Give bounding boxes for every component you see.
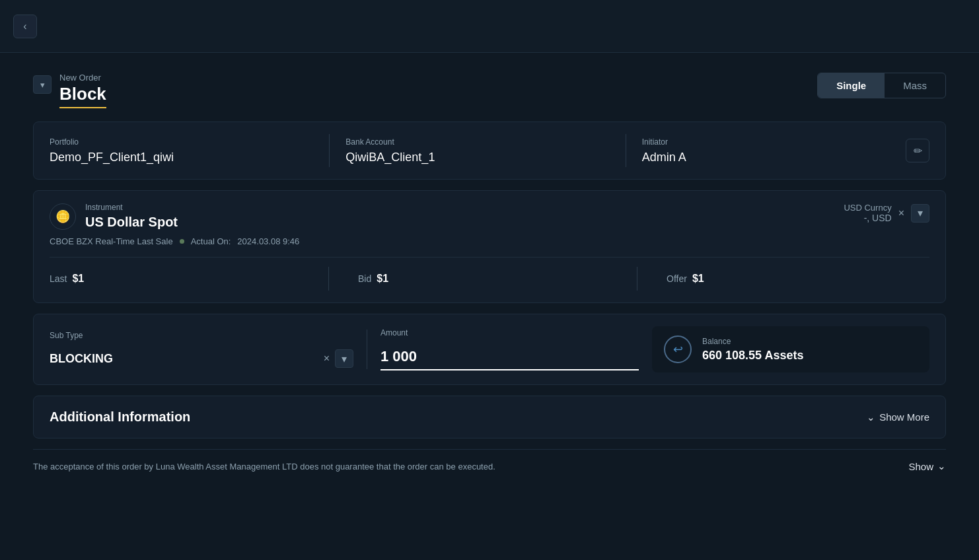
last-value: $1 [72, 273, 84, 285]
last-label: Last [50, 273, 67, 284]
coin-icon: 🪙 [55, 209, 70, 224]
instrument-left: 🪙 Instrument US Dollar Spot [50, 203, 178, 230]
balance-label: Balance [702, 337, 803, 346]
balance-section: ↩ Balance 660 108.55 Assets [652, 326, 929, 372]
bank-account-label: Bank Account [345, 137, 609, 147]
order-title-section: ▾ New Order Block [33, 73, 106, 108]
bank-account-value: QiwiBA_Client_1 [345, 151, 609, 164]
pencil-icon: ✏ [914, 145, 922, 157]
bid-value: $1 [377, 273, 388, 285]
amount-label: Amount [381, 328, 639, 337]
prices-row: Last $1 Bid $1 Offer $1 [50, 257, 929, 291]
order-title-text: New Order Block [59, 73, 106, 108]
subtype-value: BLOCKING [50, 352, 113, 366]
instrument-name: US Dollar Spot [85, 215, 178, 230]
single-toggle-button[interactable]: Single [818, 73, 885, 98]
market-source-text: CBOE BZX Real-Time Last Sale [50, 236, 173, 246]
edit-button[interactable]: ✏ [906, 139, 929, 162]
instrument-card: 🪙 Instrument US Dollar Spot USD Curncy -… [33, 190, 946, 303]
offer-price-section: Offer $1 [653, 273, 929, 285]
show-more-label: Show More [879, 411, 929, 423]
currency-value: -, USD [864, 213, 892, 223]
amount-section: Amount [381, 328, 652, 370]
portfolio-section: Portfolio Demo_PF_Client1_qiwi [50, 137, 313, 164]
portfolio-card: Portfolio Demo_PF_Client1_qiwi Bank Acco… [33, 122, 946, 180]
portfolio-row: Portfolio Demo_PF_Client1_qiwi Bank Acco… [50, 134, 929, 167]
bank-account-section: Bank Account QiwiBA_Client_1 [345, 137, 609, 164]
subtype-dropdown-button[interactable]: ▾ [335, 349, 353, 368]
bid-price-section: Bid $1 [345, 273, 621, 285]
subtype-control: BLOCKING × ▾ [50, 349, 353, 368]
chevron-down-icon: ⌄ [937, 460, 946, 472]
disclaimer-text: The acceptance of this order by Luna Wea… [33, 462, 495, 472]
balance-value: 660 108.55 Assets [702, 349, 803, 363]
new-order-label: New Order [59, 73, 106, 83]
instrument-icon: 🪙 [50, 203, 76, 230]
single-mass-toggle: Single Mass [817, 73, 946, 98]
order-block-title: Block [59, 84, 106, 108]
initiator-value: Admin A [642, 151, 906, 164]
last-price-section: Last $1 [50, 273, 312, 285]
initiator-section: Initiator Admin A [642, 137, 906, 164]
instrument-right: USD Curncy -, USD × ▾ [844, 203, 929, 223]
chevron-down-icon: ⌄ [867, 411, 875, 423]
portfolio-label: Portfolio [50, 137, 313, 147]
instrument-close-button[interactable]: × [898, 207, 904, 219]
bid-label: Bid [358, 273, 371, 284]
form-card: Sub Type BLOCKING × ▾ Amount ↩ Balance [33, 314, 946, 385]
subtype-label: Sub Type [50, 331, 353, 340]
additional-info-card: Additional Information ⌄ Show More [33, 396, 946, 438]
chevron-down-icon: ▾ [40, 80, 45, 90]
price-divider-1 [328, 267, 329, 291]
instrument-top: 🪙 Instrument US Dollar Spot USD Curncy -… [50, 203, 929, 230]
subtype-section: Sub Type BLOCKING × ▾ [50, 331, 353, 368]
disclaimer-row: The acceptance of this order by Luna Wea… [33, 449, 946, 483]
market-info-row: CBOE BZX Real-Time Last Sale Actual On: … [50, 236, 929, 246]
chevron-down-icon: ▾ [342, 353, 347, 365]
portfolio-value: Demo_PF_Client1_qiwi [50, 151, 313, 164]
divider-2 [626, 134, 626, 167]
back-button[interactable]: ‹ [13, 15, 37, 38]
actual-on-value: 2024.03.08 9:46 [237, 236, 299, 246]
additional-info-title: Additional Information [50, 409, 190, 425]
price-divider-2 [637, 267, 637, 291]
form-divider [367, 330, 367, 369]
balance-icon: ↩ [664, 335, 692, 363]
order-header: ▾ New Order Block Single Mass [33, 73, 946, 108]
offer-value: $1 [692, 273, 704, 285]
currency-info: USD Curncy -, USD [844, 203, 891, 223]
show-more-button[interactable]: ⌄ Show More [867, 411, 929, 423]
main-content: ▾ New Order Block Single Mass Portfolio … [0, 53, 979, 503]
top-bar: ‹ [0, 0, 979, 53]
show-button[interactable]: Show ⌄ [908, 460, 946, 472]
chevron-down-icon: ▾ [918, 207, 923, 219]
amount-input[interactable] [381, 344, 639, 370]
mass-toggle-button[interactable]: Mass [885, 73, 945, 98]
subtype-clear-button[interactable]: × [324, 353, 330, 365]
balance-text-section: Balance 660 108.55 Assets [702, 337, 803, 363]
status-dot [180, 239, 184, 244]
divider-1 [329, 134, 330, 167]
initiator-label: Initiator [642, 137, 906, 147]
refresh-icon: ↩ [673, 342, 683, 357]
instrument-name-section: Instrument US Dollar Spot [85, 203, 178, 230]
additional-info-row: Additional Information ⌄ Show More [50, 409, 929, 425]
back-icon: ‹ [23, 20, 26, 32]
order-dropdown-button[interactable]: ▾ [33, 75, 52, 94]
offer-label: Offer [667, 273, 687, 284]
actual-on-label: Actual On: [191, 236, 231, 246]
subtype-actions: × ▾ [324, 349, 353, 368]
instrument-label: Instrument [85, 203, 178, 212]
currency-label: USD Curncy [844, 203, 891, 213]
instrument-expand-button[interactable]: ▾ [911, 204, 929, 223]
show-label: Show [908, 461, 933, 472]
